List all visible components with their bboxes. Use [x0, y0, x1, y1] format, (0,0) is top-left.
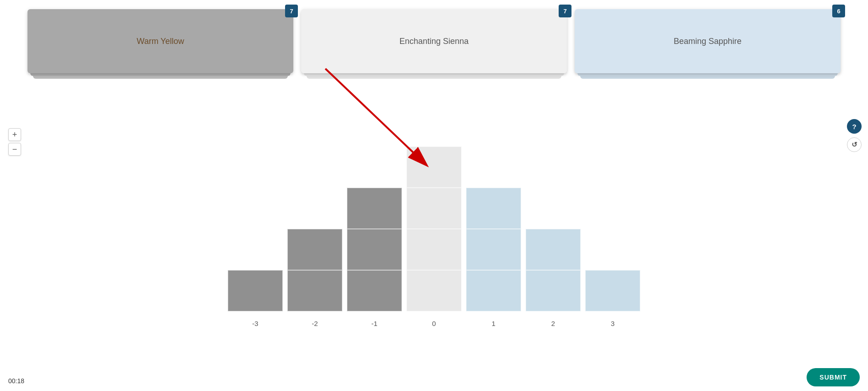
bar-1-3 [466, 270, 521, 311]
cards-row: Warm Yellow 7 Enchanting Sienna 7 Beamin… [0, 0, 868, 73]
bar-group-neg3 [225, 270, 285, 311]
bar-neg1-2 [347, 229, 402, 270]
bar-neg1-1 [347, 188, 402, 229]
bar-2-1 [526, 229, 581, 270]
card-beaming-sapphire-badge: 6 [832, 5, 845, 17]
x-label-3: 3 [583, 320, 643, 327]
card-warm-yellow-badge: 7 [285, 5, 298, 17]
histogram [225, 92, 643, 311]
x-label-neg2: -2 [285, 320, 345, 327]
chart-area: -3 -2 -1 0 1 2 3 [0, 92, 868, 364]
bar-group-0 [404, 147, 464, 311]
card-enchanting-sienna-badge: 7 [559, 5, 571, 17]
right-controls: ? ↺ [847, 119, 862, 152]
bar-group-neg2 [285, 229, 345, 311]
x-axis: -3 -2 -1 0 1 2 3 [225, 315, 643, 327]
bar-neg2-1 [287, 229, 342, 270]
bar-0-3 [407, 229, 461, 270]
help-button[interactable]: ? [847, 119, 862, 134]
card-beaming-sapphire[interactable]: Beaming Sapphire 6 [575, 9, 841, 73]
x-label-neg1: -1 [345, 320, 404, 327]
submit-button[interactable]: SUBMIT [807, 368, 860, 386]
card-warm-yellow-label: Warm Yellow [137, 37, 184, 46]
bar-0-4 [407, 270, 461, 311]
x-label-0: 0 [404, 320, 464, 327]
card-enchanting-sienna[interactable]: Enchanting Sienna 7 [301, 9, 567, 73]
bar-0-1 [407, 147, 461, 188]
bar-group-2 [523, 229, 583, 311]
bar-neg3-1 [228, 270, 283, 311]
bar-1-1 [466, 188, 521, 229]
card-beaming-sapphire-label: Beaming Sapphire [674, 37, 742, 46]
bar-neg1-3 [347, 270, 402, 311]
timer: 00:18 [8, 377, 24, 385]
bar-1-2 [466, 229, 521, 270]
card-warm-yellow[interactable]: Warm Yellow 7 [27, 9, 293, 73]
refresh-button[interactable]: ↺ [847, 137, 862, 152]
bar-group-3 [583, 270, 643, 311]
bar-0-2 [407, 188, 461, 229]
bar-group-1 [464, 188, 523, 311]
bar-2-2 [526, 270, 581, 311]
bar-3-1 [585, 270, 640, 311]
card-enchanting-sienna-label: Enchanting Sienna [399, 37, 468, 46]
bar-group-neg1 [345, 188, 404, 311]
x-label-neg3: -3 [225, 320, 285, 327]
bar-neg2-2 [287, 270, 342, 311]
x-label-1: 1 [464, 320, 523, 327]
x-label-2: 2 [523, 320, 583, 327]
